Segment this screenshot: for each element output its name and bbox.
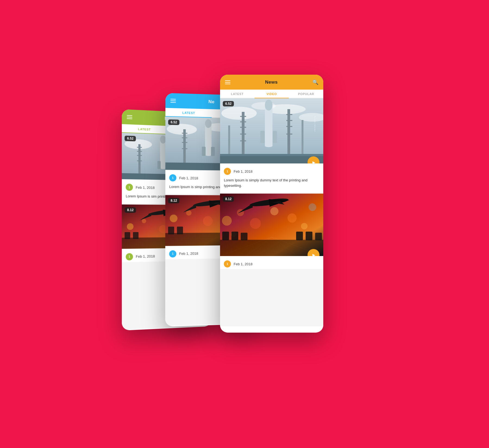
svg-rect-113 (296, 232, 303, 240)
svg-rect-76 (240, 127, 246, 128)
hamburger-icon-yellow[interactable] (225, 80, 230, 84)
phone-header-yellow: News 🔍 (220, 75, 323, 90)
svg-rect-81 (260, 131, 265, 143)
svg-rect-115 (315, 233, 322, 240)
svg-rect-79 (265, 105, 272, 147)
svg-point-20 (142, 219, 146, 223)
card-date-blue-1: Feb 1, 2018 (179, 176, 198, 180)
svg-rect-40 (182, 137, 187, 138)
svg-point-93 (222, 216, 232, 226)
svg-rect-91 (220, 154, 323, 156)
search-icon-yellow[interactable]: 🔍 (312, 79, 318, 85)
svg-point-69 (221, 107, 257, 120)
news-card-yellow-1: 6.52 FLICKR / SPACEX 1 Feb 1, 2018 Lorem… (220, 98, 323, 193)
svg-rect-64 (168, 226, 174, 234)
svg-point-99 (301, 223, 308, 229)
score-badge-green-2: 8.12 (125, 207, 136, 213)
svg-rect-87 (286, 134, 292, 135)
score-badge-blue-1: 6.52 (168, 119, 180, 125)
svg-rect-42 (182, 148, 187, 149)
tab-popular-yellow[interactable]: POPULAR (289, 90, 323, 98)
svg-rect-84 (286, 114, 292, 115)
svg-rect-86 (286, 126, 292, 127)
svg-point-97 (287, 213, 297, 223)
svg-rect-114 (306, 232, 312, 240)
content-yellow: 6.52 FLICKR / SPACEX 1 Feb 1, 2018 Lorem… (220, 98, 323, 326)
svg-rect-41 (182, 142, 187, 143)
score-badge-green-1: 6.52 (125, 135, 136, 141)
card-image-airport-yellow: 8.12 (220, 194, 323, 256)
score-badge-yellow-2: 8.12 (223, 196, 234, 202)
card-date-yellow-1: Feb 1, 2018 (234, 169, 252, 173)
svg-point-96 (270, 207, 278, 215)
avatar-blue-2: 1 (169, 250, 177, 257)
svg-rect-30 (125, 232, 130, 239)
svg-rect-82 (273, 131, 277, 143)
svg-rect-110 (222, 232, 229, 240)
card-date-green-1: Feb 1, 2018 (136, 185, 155, 190)
hamburger-icon[interactable] (127, 115, 132, 119)
tab-latest-green[interactable]: LATEST (122, 124, 167, 134)
avatar-blue-1: 1 (169, 174, 176, 181)
phone-yellow: News 🔍 LATEST VIDEO POPULAR (220, 75, 323, 333)
svg-rect-5 (137, 147, 142, 148)
card-date-yellow-2: Feb 1, 2018 (234, 262, 252, 266)
svg-point-98 (309, 203, 316, 211)
svg-rect-65 (177, 226, 183, 234)
svg-point-55 (203, 216, 213, 226)
svg-rect-8 (137, 160, 142, 161)
score-badge-yellow-1: 6.52 (223, 101, 234, 106)
svg-rect-31 (133, 232, 138, 239)
svg-rect-11 (157, 161, 161, 169)
avatar-green-1: 1 (126, 184, 133, 191)
avatar-yellow-2: 1 (224, 260, 231, 267)
svg-rect-77 (240, 134, 246, 135)
card-image-rocket-yellow: 6.52 FLICKR / SPACEX (220, 98, 323, 163)
tab-latest-yellow[interactable]: LATEST (220, 90, 255, 98)
card-text-yellow-1: Lorem Ipsum is simply dummy text of the … (220, 176, 323, 193)
news-card-yellow-2: 8.12 1 Feb 1, 2018 (220, 194, 323, 269)
svg-point-19 (127, 223, 134, 230)
svg-rect-7 (137, 155, 142, 156)
tabs-yellow: LATEST VIDEO POPULAR (220, 90, 323, 98)
tab-latest-blue[interactable]: LATEST (165, 108, 212, 117)
card-date-blue-2: Feb 1, 2018 (179, 251, 198, 256)
header-title-yellow: News (265, 80, 278, 85)
card-meta-yellow-1: 1 Feb 1, 2018 (220, 163, 323, 176)
svg-rect-43 (205, 124, 212, 156)
header-title-blue: Ne (208, 99, 215, 105)
svg-point-95 (250, 218, 261, 229)
svg-rect-6 (137, 151, 142, 152)
tab-video-yellow[interactable]: VIDEO (255, 90, 289, 98)
card-meta-yellow-2: 1 Feb 1, 2018 (220, 256, 323, 269)
avatar-yellow-1: 1 (224, 168, 231, 175)
svg-rect-46 (211, 147, 215, 156)
card-date-green-2: Feb 1, 2018 (136, 254, 155, 258)
svg-rect-74 (240, 116, 246, 117)
svg-rect-85 (286, 120, 292, 121)
score-badge-blue-2: 8.12 (168, 198, 180, 203)
watermark-yellow-1: FLICKR / SPACEX (314, 116, 316, 132)
svg-rect-111 (231, 232, 238, 240)
hamburger-icon-blue[interactable] (170, 99, 176, 103)
svg-rect-75 (240, 121, 246, 122)
svg-point-53 (170, 214, 177, 222)
svg-rect-112 (241, 233, 247, 240)
svg-point-80 (265, 100, 272, 111)
svg-rect-78 (240, 140, 246, 141)
svg-rect-45 (202, 147, 206, 156)
svg-rect-39 (182, 133, 187, 134)
avatar-green-2: 1 (126, 253, 133, 260)
